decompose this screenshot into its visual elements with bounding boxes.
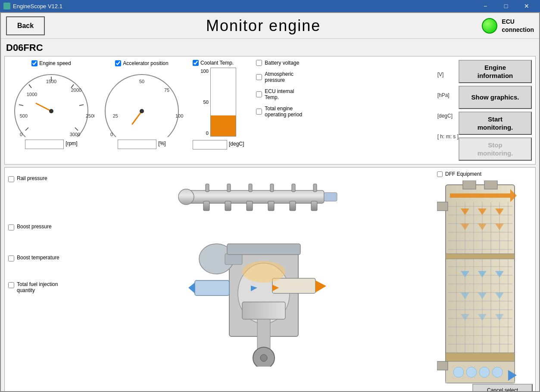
atmospheric-pressure-checkbox[interactable]: [256, 74, 262, 80]
svg-rect-29: [225, 201, 231, 211]
maximize-button[interactable]: □: [496, 0, 516, 12]
coolant-fill: [211, 115, 236, 136]
coolant-checkbox[interactable]: [193, 60, 199, 66]
engine-speed-checkbox[interactable]: [31, 60, 37, 66]
svg-rect-113: [437, 202, 448, 211]
boost-pressure-checkbox[interactable]: [8, 224, 14, 230]
dff-label: DFF Equipment: [445, 171, 481, 177]
ecu-temp-label: ECU internalTemp.: [265, 88, 294, 100]
engine-speed-gauge: Engine speed 1500 2000 2500 3000 500 100…: [8, 60, 94, 149]
engine-speed-label-row: Engine speed: [31, 60, 71, 66]
coolant-label-row: Coolant Temp.: [193, 60, 234, 66]
svg-rect-27: [324, 193, 337, 201]
svg-text:1000: 1000: [27, 92, 37, 97]
battery-voltage-checkbox[interactable]: [256, 60, 262, 66]
dff-diagram-svg: [437, 180, 523, 391]
svg-text:500: 500: [20, 113, 28, 118]
boost-pressure-label: Boost pressure: [17, 224, 52, 230]
svg-rect-30: [247, 201, 253, 211]
coolant-unit: [degC]: [229, 141, 244, 147]
svg-point-110: [479, 367, 490, 377]
window-controls: − □ ✕: [475, 0, 537, 12]
ecu-temp-row: ECU internalTemp.: [256, 88, 430, 100]
fuel-rail-svg: [173, 175, 346, 214]
svg-point-26: [178, 189, 194, 205]
coolant-value: [193, 140, 227, 149]
engine-diagram-svg: [186, 216, 333, 367]
page-title: Monitor engine: [45, 17, 482, 35]
top-section: Engine speed 1500 2000 2500 3000 500 100…: [4, 56, 536, 165]
engine-info-button[interactable]: Engineinformation: [459, 60, 532, 83]
svg-point-108: [453, 367, 464, 377]
main-window: Back Monitor engine ECUconnection D06FRC…: [0, 12, 540, 392]
back-button[interactable]: Back: [6, 16, 45, 35]
svg-point-45: [260, 355, 267, 361]
svg-rect-106: [446, 353, 515, 361]
svg-rect-34: [206, 184, 209, 192]
bar-label-50: 50: [201, 100, 209, 105]
svg-rect-39: [313, 184, 317, 192]
svg-point-50: [242, 261, 285, 283]
engine-period-unit: [ h: m: s ]: [437, 129, 459, 144]
rail-pressure-label: Rail pressure: [17, 175, 47, 181]
svg-marker-47: [188, 283, 195, 293]
engine-speed-svg: 1500 2000 2500 3000 500 1000 0: [8, 68, 94, 137]
rail-pressure-checkbox[interactable]: [8, 176, 14, 182]
svg-text:3000: 3000: [70, 132, 80, 137]
rail-pressure-row: Rail pressure: [8, 175, 81, 182]
battery-unit: [V]: [437, 67, 459, 82]
coolant-gauge: Coolant Temp. 100 50 0: [193, 60, 244, 149]
svg-text:50: 50: [139, 79, 144, 84]
atmospheric-unit: [hPa]: [437, 87, 459, 103]
svg-text:0: 0: [20, 132, 22, 137]
minimize-button[interactable]: −: [475, 0, 495, 12]
svg-rect-36: [249, 184, 252, 192]
svg-text:2000: 2000: [71, 87, 81, 93]
engine-speed-value: [25, 140, 64, 149]
boost-pressure-row: Boost pressure: [8, 224, 81, 230]
accelerator-checkbox[interactable]: [115, 60, 121, 66]
coolant-label: Coolant Temp.: [200, 60, 234, 66]
ecu-temp-checkbox[interactable]: [256, 91, 262, 97]
accelerator-svg: 50 75 100 25 0: [99, 68, 185, 137]
svg-text:2500: 2500: [86, 113, 94, 118]
bottom-checkboxes: Rail pressure Boost pressure Boost tempe…: [8, 171, 81, 391]
start-monitoring-button[interactable]: Startmonitoring.: [459, 112, 532, 135]
cancel-button-wrap: Cancel select: [472, 384, 533, 391]
battery-voltage-label: Battery voltage: [265, 60, 299, 66]
svg-rect-31: [268, 201, 274, 211]
stop-monitoring-button[interactable]: Stopmonitoring.: [459, 137, 532, 161]
header-row: Back Monitor engine ECUconnection: [1, 13, 539, 39]
ecu-status: ECUconnection: [482, 18, 534, 33]
titlebar: EngineScope V12.1 − □ ✕: [0, 0, 540, 12]
svg-rect-32: [290, 201, 296, 211]
accelerator-unit: [%]: [158, 140, 165, 146]
close-button[interactable]: ✕: [517, 0, 537, 12]
boost-temp-checkbox[interactable]: [8, 255, 14, 261]
battery-voltage-row: Battery voltage: [256, 60, 430, 66]
engine-period-row: Total engineoperating period: [256, 106, 430, 118]
cancel-select-button[interactable]: Cancel select: [472, 384, 533, 391]
engine-period-checkbox[interactable]: [256, 109, 262, 115]
svg-rect-38: [292, 184, 295, 192]
gauge-area: Engine speed 1500 2000 2500 3000 500 100…: [8, 60, 247, 149]
atmospheric-pressure-label: Atmosphericpressure: [265, 71, 293, 83]
show-graphics-button[interactable]: Show graphics.: [459, 86, 532, 109]
fuel-injection-label: Total fuel injectionquantity: [17, 281, 58, 293]
engine-diagram-area: [84, 171, 434, 391]
bottom-section: Rail pressure Boost pressure Boost tempe…: [4, 167, 536, 391]
ecu-label: ECUconnection: [502, 18, 534, 33]
svg-rect-46: [195, 280, 229, 296]
accelerator-label: Accelerator position: [123, 60, 168, 66]
sensor-checkboxes: Battery voltage Atmosphericpressure ECU …: [256, 60, 430, 118]
svg-rect-57: [463, 180, 476, 189]
dff-checkbox[interactable]: [437, 171, 443, 177]
svg-point-24: [140, 109, 144, 113]
svg-rect-58: [484, 180, 497, 189]
engine-period-label: Total engineoperating period: [265, 106, 302, 118]
fuel-injection-checkbox[interactable]: [8, 282, 14, 288]
svg-rect-42: [242, 302, 285, 319]
svg-point-111: [492, 367, 503, 377]
svg-rect-33: [311, 201, 317, 211]
dff-area: DFF Equipment: [437, 171, 532, 391]
